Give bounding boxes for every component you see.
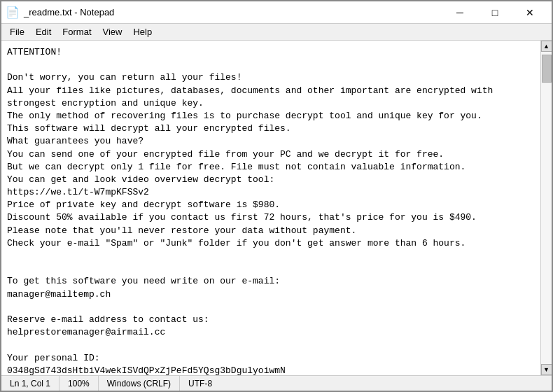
cursor-position: Ln 1, Col 1 — [1, 376, 59, 391]
text-editor[interactable] — [1, 41, 540, 375]
menu-edit[interactable]: Edit — [30, 25, 57, 38]
title-bar: 📄 _readme.txt - Notepad ─ □ ✕ — [1, 1, 552, 24]
scroll-down-button[interactable]: ▼ — [541, 364, 552, 375]
window-title: _readme.txt - Notepad — [24, 7, 114, 18]
menu-view[interactable]: View — [97, 25, 128, 38]
minimize-button[interactable]: ─ — [444, 2, 476, 23]
close-button[interactable]: ✕ — [514, 2, 546, 23]
scroll-thumb[interactable] — [542, 55, 552, 83]
menu-help[interactable]: Help — [127, 25, 158, 38]
line-ending: Windows (CRLF) — [99, 376, 180, 391]
menu-file[interactable]: File — [4, 25, 30, 38]
title-bar-left: 📄 _readme.txt - Notepad — [7, 7, 114, 18]
notepad-icon: 📄 — [7, 7, 18, 18]
scroll-up-button[interactable]: ▲ — [541, 41, 552, 52]
menu-format[interactable]: Format — [57, 25, 97, 38]
status-bar: Ln 1, Col 1 100% Windows (CRLF) UTF-8 — [1, 375, 552, 391]
maximize-button[interactable]: □ — [479, 2, 511, 23]
zoom-level: 100% — [59, 376, 99, 391]
menu-bar: File Edit Format View Help — [1, 24, 552, 41]
vertical-scrollbar[interactable]: ▲ ▼ — [540, 41, 552, 375]
window-controls: ─ □ ✕ — [444, 2, 546, 23]
notepad-window: 📄 _readme.txt - Notepad ─ □ ✕ File Edit … — [0, 0, 553, 392]
scroll-track[interactable] — [541, 52, 552, 364]
content-area: ▲ ▼ — [1, 41, 552, 375]
encoding: UTF-8 — [180, 376, 220, 391]
